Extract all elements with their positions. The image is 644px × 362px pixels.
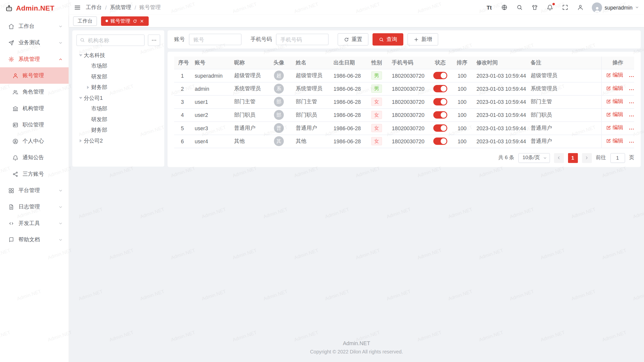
user-menu[interactable]: superadmin (592, 2, 639, 13)
sidebar-item-help-docs[interactable]: 帮助文档 (0, 232, 69, 248)
tree-node[interactable]: 市场部 (75, 103, 161, 114)
cell-remark: 普通用户 (527, 121, 601, 134)
caret-collapsed-icon[interactable] (77, 138, 84, 144)
goto-page-input[interactable] (610, 153, 625, 163)
goto-label: 前往 (596, 154, 606, 161)
edit-button[interactable]: 编辑 (606, 71, 623, 79)
sidebar-item-personal-center[interactable]: 个人中心 (0, 133, 69, 149)
breadcrumb-item[interactable]: 系统管理 (110, 4, 131, 11)
chevron-up-icon (58, 57, 63, 61)
table-row: 6 user4 其他 其 其他 1986-06-28 女 18020030720 (174, 135, 634, 148)
tab-account-management[interactable]: 账号管理 (101, 16, 149, 26)
caret-collapsed-icon[interactable] (85, 84, 91, 91)
tab-label: 工作台 (78, 17, 93, 24)
caret-expanded-icon[interactable] (77, 95, 84, 101)
query-bar: 账号 手机号码 重置 查询 (168, 30, 641, 49)
cell-birthday: 1986-06-28 (329, 135, 366, 148)
more-actions-button[interactable] (628, 139, 634, 145)
sidebar-item-label: 职位管理 (23, 121, 44, 128)
user-icon[interactable] (577, 4, 584, 11)
gear-icon (8, 56, 14, 62)
sidebar-item-dev-tools[interactable]: 开发工具 (0, 215, 69, 232)
edit-button[interactable]: 编辑 (606, 85, 623, 92)
sidebar-item-platform-management[interactable]: 平台管理 (0, 182, 69, 199)
cell-no: 1 (174, 69, 190, 82)
tree-node[interactable]: 分公司2 (75, 135, 161, 146)
sidebar-item-workbench[interactable]: 工作台 (0, 18, 69, 34)
breadcrumb-item[interactable]: 工作台 (86, 4, 102, 11)
tree-node[interactable]: 研发部 (75, 71, 161, 82)
tree-node[interactable]: 财务部 (75, 125, 161, 135)
chevron-down-icon (58, 205, 63, 209)
tree-node-label: 分公司2 (84, 137, 103, 144)
sidebar-item-label: 账号管理 (23, 72, 44, 79)
share-nodes-icon (12, 171, 18, 177)
language-globe-icon[interactable] (501, 4, 508, 11)
cell-remark: 普通用户 (527, 135, 601, 148)
account-input[interactable] (189, 34, 242, 45)
sidebar-item-role-management[interactable]: 角色管理 (0, 84, 69, 100)
search-button[interactable]: 查询 (373, 33, 403, 46)
notification-badge (552, 3, 555, 5)
prev-page-button[interactable] (554, 153, 564, 163)
edit-button[interactable]: 编辑 (606, 124, 623, 131)
phone-input[interactable] (276, 34, 329, 45)
sidebar-item-label: 平台管理 (18, 187, 40, 194)
tree-more-button[interactable] (148, 34, 160, 46)
table-header-row: 序号 账号 昵称 头像 姓名 出生日期 性别 手机号码 状态 排序 (174, 57, 634, 69)
sidebar-item-account-management[interactable]: 账号管理 (0, 67, 69, 84)
tree-node[interactable]: 研发部 (75, 114, 161, 125)
current-page-button[interactable]: 1 (568, 153, 578, 163)
tree-node[interactable]: 市场部 (75, 61, 161, 71)
edit-button[interactable]: 编辑 (606, 111, 623, 118)
sidebar-item-third-party-account[interactable]: 三方账号 (0, 166, 69, 182)
edit-button[interactable]: 编辑 (606, 98, 623, 105)
cell-account: superadmin (191, 69, 230, 82)
tree-node[interactable]: 财务部 (75, 82, 161, 93)
close-icon[interactable] (140, 19, 144, 23)
add-button[interactable]: 新增 (408, 33, 438, 46)
edit-button[interactable]: 编辑 (606, 137, 623, 145)
chevron-down-icon (58, 221, 63, 225)
status-toggle[interactable] (433, 124, 447, 132)
more-actions-button[interactable] (628, 126, 634, 132)
font-size-icon[interactable]: Tt (486, 4, 493, 11)
more-actions-button[interactable] (628, 113, 634, 119)
status-toggle[interactable] (433, 138, 447, 145)
status-toggle[interactable] (433, 85, 447, 92)
column-header: 手机号码 (388, 57, 429, 69)
sidebar-item-business-test[interactable]: 业务测试 (0, 34, 69, 51)
theme-skin-icon[interactable] (531, 4, 538, 11)
more-actions-button[interactable] (628, 73, 634, 79)
tab-workbench[interactable]: 工作台 (73, 16, 97, 26)
reset-button[interactable]: 重置 (338, 33, 368, 46)
search-icon[interactable] (516, 4, 523, 11)
caret-expanded-icon[interactable] (77, 52, 84, 59)
tree-node[interactable]: 大名科技 (75, 50, 161, 61)
status-toggle[interactable] (433, 111, 447, 118)
sidebar-item-notice[interactable]: 通知公告 (0, 149, 69, 166)
page-size-select[interactable]: 10条/页 (518, 153, 550, 163)
next-page-button[interactable] (582, 153, 592, 163)
sidebar-item-system-management[interactable]: 系统管理 (0, 51, 69, 67)
status-toggle[interactable] (433, 72, 447, 79)
hamburger-menu-icon[interactable] (74, 4, 81, 11)
table-row: 1 superadmin 超级管理员 超 超级管理员 1986-06-28 男 … (174, 69, 634, 82)
sidebar-item-position-management[interactable]: 职位管理 (0, 117, 69, 133)
logo[interactable]: Admin.NET (0, 0, 69, 17)
tree-node[interactable]: 分公司1 (75, 93, 161, 103)
column-header: 性别 (366, 57, 388, 69)
cell-nickname: 超级管理员 (230, 69, 266, 82)
sidebar-item-org-management[interactable]: 机构管理 (0, 100, 69, 116)
sidebar-item-log-management[interactable]: 日志管理 (0, 199, 69, 215)
sex-tag: 女 (371, 111, 382, 119)
notification-bell-icon[interactable] (546, 4, 554, 11)
users-icon (12, 89, 18, 95)
more-actions-button[interactable] (628, 86, 634, 93)
main-area: 工作台 / 系统管理 / 账号管理 Tt superadmin (69, 0, 644, 362)
status-toggle[interactable] (433, 98, 447, 105)
more-actions-button[interactable] (628, 100, 634, 106)
org-search-input[interactable] (76, 34, 145, 46)
refresh-icon[interactable] (133, 19, 137, 23)
fullscreen-icon[interactable] (561, 4, 569, 11)
